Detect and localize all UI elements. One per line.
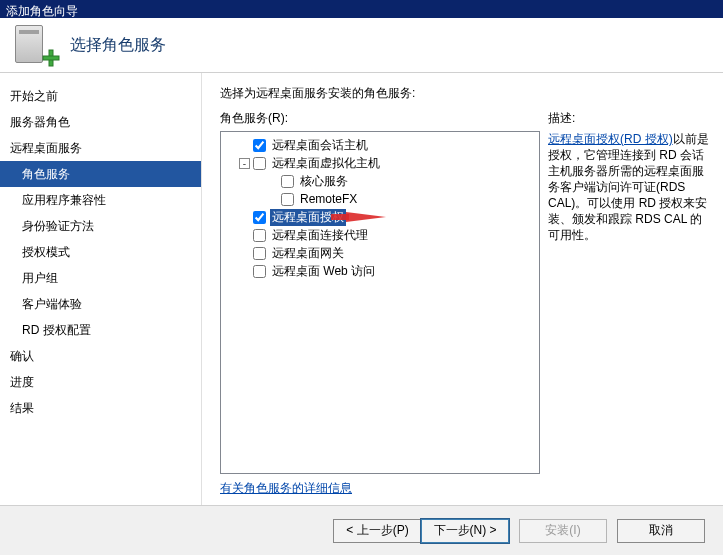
next-button[interactable]: 下一步(N) >: [421, 519, 509, 543]
install-button: 安装(I): [519, 519, 607, 543]
wizard-footer: < 上一步(P) 下一步(N) > 安装(I) 取消: [0, 505, 723, 555]
tree-node-label[interactable]: RemoteFX: [298, 192, 359, 206]
wizard-step[interactable]: 角色服务: [0, 161, 201, 187]
tree-node[interactable]: 核心服务: [225, 172, 535, 190]
content-pane: 选择为远程桌面服务安装的角色服务: 角色服务(R): 远程桌面会话主机-远程桌面…: [202, 73, 723, 505]
prompt-label: 选择为远程桌面服务安装的角色服务:: [220, 85, 713, 102]
description-body: 以前是授权，它管理连接到 RD 会话主机服务器所需的远程桌面服务客户端访问许可证…: [548, 132, 709, 242]
wizard-step[interactable]: 服务器角色: [0, 109, 201, 135]
wizard-step[interactable]: 客户端体验: [0, 291, 201, 317]
tree-node[interactable]: 远程桌面网关: [225, 244, 535, 262]
tree-expander-icon[interactable]: -: [239, 158, 250, 169]
tree-checkbox[interactable]: [281, 175, 294, 188]
wizard-step[interactable]: 远程桌面服务: [0, 135, 201, 161]
tree-node-label[interactable]: 远程桌面网关: [270, 245, 346, 262]
window-title: 添加角色向导: [6, 4, 78, 18]
description-label: 描述:: [548, 110, 713, 127]
plus-icon: [42, 49, 60, 67]
wizard-step[interactable]: 确认: [0, 343, 201, 369]
wizard-icon: [15, 25, 55, 65]
tree-checkbox[interactable]: [253, 265, 266, 278]
tree-node[interactable]: RemoteFX: [225, 190, 535, 208]
tree-checkbox[interactable]: [253, 247, 266, 260]
wizard-step[interactable]: RD 授权配置: [0, 317, 201, 343]
tree-checkbox[interactable]: [253, 139, 266, 152]
window-title-bar: 添加角色向导: [0, 0, 723, 18]
description-text: 远程桌面授权(RD 授权)以前是授权，它管理连接到 RD 会话主机服务器所需的远…: [548, 131, 713, 243]
tree-node[interactable]: 远程桌面连接代理: [225, 226, 535, 244]
wizard-step[interactable]: 应用程序兼容性: [0, 187, 201, 213]
tree-node[interactable]: 远程桌面授权: [225, 208, 535, 226]
tree-node-label[interactable]: 远程桌面连接代理: [270, 227, 370, 244]
tree-node-label[interactable]: 远程桌面虚拟化主机: [270, 155, 382, 172]
role-services-tree[interactable]: 远程桌面会话主机-远程桌面虚拟化主机核心服务RemoteFX远程桌面授权远程桌面…: [220, 131, 540, 474]
tree-checkbox[interactable]: [281, 193, 294, 206]
cancel-button[interactable]: 取消: [617, 519, 705, 543]
tree-node[interactable]: 远程桌面会话主机: [225, 136, 535, 154]
wizard-step[interactable]: 进度: [0, 369, 201, 395]
tree-node-label[interactable]: 核心服务: [298, 173, 350, 190]
tree-node[interactable]: 远程桌面 Web 访问: [225, 262, 535, 280]
tree-checkbox[interactable]: [253, 157, 266, 170]
tree-checkbox[interactable]: [253, 211, 266, 224]
wizard-steps-sidebar: 开始之前服务器角色远程桌面服务角色服务应用程序兼容性身份验证方法授权模式用户组客…: [0, 73, 202, 505]
tree-node-label[interactable]: 远程桌面 Web 访问: [270, 263, 377, 280]
prev-button[interactable]: < 上一步(P): [333, 519, 421, 543]
page-title: 选择角色服务: [70, 35, 166, 56]
more-info-link[interactable]: 有关角色服务的详细信息: [220, 480, 540, 497]
annotation-arrow-icon: [346, 212, 386, 222]
tree-node[interactable]: -远程桌面虚拟化主机: [225, 154, 535, 172]
wizard-step[interactable]: 结果: [0, 395, 201, 421]
description-link[interactable]: 远程桌面授权(RD 授权): [548, 132, 673, 146]
svg-rect-1: [43, 56, 59, 60]
roles-label: 角色服务(R):: [220, 110, 540, 127]
wizard-step[interactable]: 身份验证方法: [0, 213, 201, 239]
wizard-header: 选择角色服务: [0, 18, 723, 73]
tree-node-label[interactable]: 远程桌面会话主机: [270, 137, 370, 154]
tree-node-label[interactable]: 远程桌面授权: [270, 209, 346, 226]
wizard-step[interactable]: 用户组: [0, 265, 201, 291]
wizard-step[interactable]: 授权模式: [0, 239, 201, 265]
wizard-step[interactable]: 开始之前: [0, 83, 201, 109]
tree-checkbox[interactable]: [253, 229, 266, 242]
